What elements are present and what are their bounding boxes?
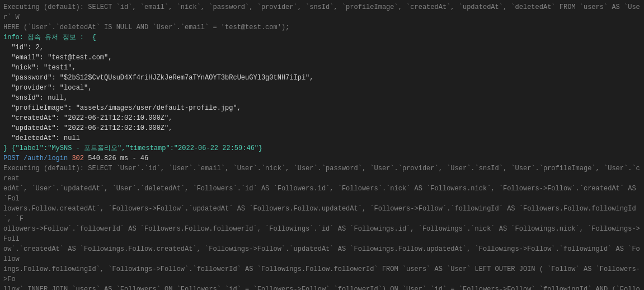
terminal-line: "password": "$2b$12$CvtQUsuD4Xf4riHJZkJe… bbox=[3, 73, 641, 83]
terminal-text: "deletedAt": null bbox=[3, 134, 80, 142]
terminal-line: edAt`, `User`.`updatedAt`, `User`.`delet… bbox=[3, 184, 641, 204]
terminal-text: "nick": "test1", bbox=[3, 64, 76, 72]
terminal-text: ollowers->Follow`.`followerId` AS `Follo… bbox=[3, 225, 640, 243]
terminal-line: ow`.`createdAt` AS `Followings.Follow.cr… bbox=[3, 244, 641, 264]
terminal-line: "snsId": null, bbox=[3, 93, 641, 103]
terminal-line: Executing (default): SELECT `User`.`id`,… bbox=[3, 163, 641, 184]
terminal-line: "provider": "local", bbox=[3, 83, 641, 93]
terminal-text: 540.826 ms - 46 bbox=[84, 155, 148, 162]
terminal-line: "id": 2, bbox=[3, 43, 641, 53]
terminal-text: "snsId": null, bbox=[3, 94, 68, 102]
terminal-text: info: 접속 유저 정보 : { bbox=[3, 34, 96, 41]
terminal-window: Executing (default): SELECT `id`, `email… bbox=[0, 0, 644, 290]
terminal-text: llow` INNER JOIN `users` AS `Followers` … bbox=[3, 286, 640, 290]
terminal-line: } {"label":"MySNS - 포트폴리오","timestamp":"… bbox=[3, 143, 641, 153]
terminal-text: "provider": "local", bbox=[3, 84, 92, 92]
terminal-text: } {"label":"MySNS - 포트폴리오","timestamp":"… bbox=[3, 144, 262, 152]
terminal-line: "nick": "test1", bbox=[3, 63, 641, 73]
terminal-line: llow` INNER JOIN `users` AS `Followers` … bbox=[3, 284, 641, 290]
terminal-text: HERE (`User`.`deletedAt` IS NULL AND `Us… bbox=[3, 24, 289, 31]
terminal-line: "deletedAt": null bbox=[3, 133, 641, 143]
terminal-content: Executing (default): SELECT `id`, `email… bbox=[3, 2, 641, 290]
terminal-line: "updatedAt": "2022-06-21T12:02:10.000Z", bbox=[3, 123, 641, 133]
terminal-text: "password": "$2b$12$CvtQUsuD4Xf4riHJZkJe… bbox=[3, 74, 314, 82]
terminal-text: POST /auth/login bbox=[3, 155, 72, 162]
terminal-line: "profileImage": "assets/images/user/defa… bbox=[3, 103, 641, 113]
terminal-text: Executing (default): SELECT `id`, `email… bbox=[3, 3, 640, 21]
terminal-text: 302 bbox=[72, 155, 84, 162]
terminal-text: Executing (default): SELECT `User`.`id`,… bbox=[3, 165, 640, 183]
terminal-line: lowers.Follow.createdAt`, `Followers->Fo… bbox=[3, 204, 641, 224]
terminal-text: "id": 2, bbox=[3, 44, 44, 52]
terminal-text: ow`.`createdAt` AS `Followings.Follow.cr… bbox=[3, 245, 640, 263]
terminal-line: "createdAt": "2022-06-21T12:02:10.000Z", bbox=[3, 113, 641, 123]
terminal-line: HERE (`User`.`deletedAt` IS NULL AND `Us… bbox=[3, 22, 641, 32]
terminal-line: info: 접속 유저 정보 : { bbox=[3, 32, 641, 43]
terminal-text: edAt`, `User`.`updatedAt`, `User`.`delet… bbox=[3, 185, 640, 203]
terminal-text: "profileImage": "assets/images/user/defa… bbox=[3, 104, 241, 112]
terminal-text: ings.Follow.followingId`, `Followings->F… bbox=[3, 265, 640, 283]
terminal-line: ollowers->Follow`.`followerId` AS `Follo… bbox=[3, 224, 641, 244]
terminal-text: "updatedAt": "2022-06-21T12:02:10.000Z", bbox=[3, 124, 172, 132]
terminal-line: "email": "test@test.com", bbox=[3, 53, 641, 63]
terminal-line: Executing (default): SELECT `id`, `email… bbox=[3, 2, 641, 22]
terminal-text: lowers.Follow.createdAt`, `Followers->Fo… bbox=[3, 205, 636, 223]
terminal-text: "email": "test@test.com", bbox=[3, 54, 112, 62]
terminal-line: POST /auth/login 302 540.826 ms - 46 bbox=[3, 153, 641, 163]
terminal-line: ings.Follow.followingId`, `Followings->F… bbox=[3, 264, 641, 284]
terminal-text: "createdAt": "2022-06-21T12:02:10.000Z", bbox=[3, 114, 172, 122]
